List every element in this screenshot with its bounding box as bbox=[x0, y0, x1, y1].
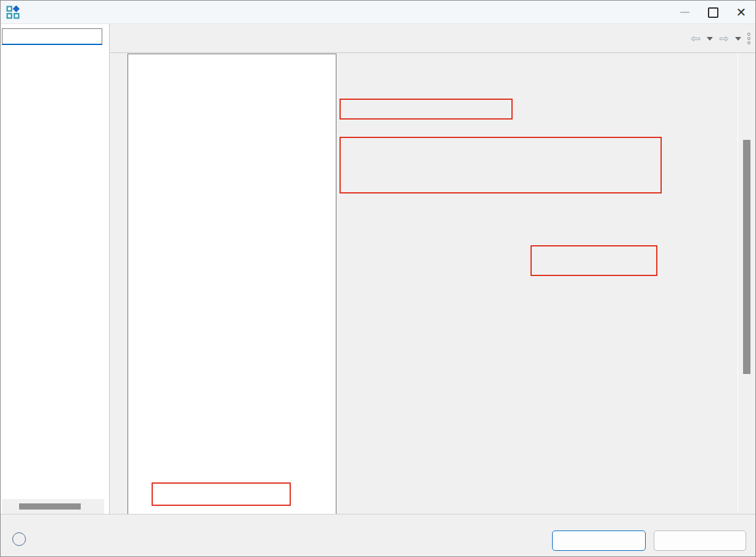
dialog-footer bbox=[1, 514, 755, 556]
header-toolbar: ⇦ ⇨ bbox=[691, 24, 750, 53]
sidebar-horizontal-scrollbar[interactable] bbox=[2, 499, 104, 514]
properties-dialog: ✕ ⇦ ⇨ bbox=[0, 0, 756, 557]
page-header: ⇦ ⇨ bbox=[110, 24, 755, 53]
back-arrow-icon[interactable]: ⇦ bbox=[691, 33, 701, 44]
help-button[interactable] bbox=[12, 532, 26, 546]
tool-settings-tree bbox=[128, 54, 336, 515]
scrollbar-thumb[interactable] bbox=[743, 140, 750, 374]
minimize-button[interactable] bbox=[670, 1, 699, 24]
forward-arrow-icon[interactable]: ⇨ bbox=[719, 33, 729, 44]
cancel-button[interactable] bbox=[654, 531, 746, 551]
apply-and-close-button[interactable] bbox=[552, 531, 646, 551]
settings-vertical-scrollbar[interactable] bbox=[738, 54, 755, 515]
maximize-icon bbox=[708, 7, 718, 18]
close-button[interactable]: ✕ bbox=[727, 1, 755, 24]
minimize-icon bbox=[680, 12, 689, 13]
view-menu-icon[interactable] bbox=[747, 33, 750, 44]
close-icon: ✕ bbox=[736, 6, 747, 18]
linker-additional-info-form bbox=[337, 54, 739, 515]
title-bar: ✕ bbox=[1, 1, 755, 24]
forward-history-dropdown-icon[interactable] bbox=[735, 37, 741, 41]
properties-dialog-icon bbox=[6, 6, 20, 19]
maximize-button[interactable] bbox=[699, 1, 727, 24]
scrollbar-thumb[interactable] bbox=[19, 503, 81, 510]
filter-input[interactable] bbox=[2, 28, 102, 45]
properties-sidebar bbox=[1, 24, 110, 515]
back-history-dropdown-icon[interactable] bbox=[707, 37, 713, 41]
settings-page: ⇦ ⇨ bbox=[110, 24, 755, 514]
